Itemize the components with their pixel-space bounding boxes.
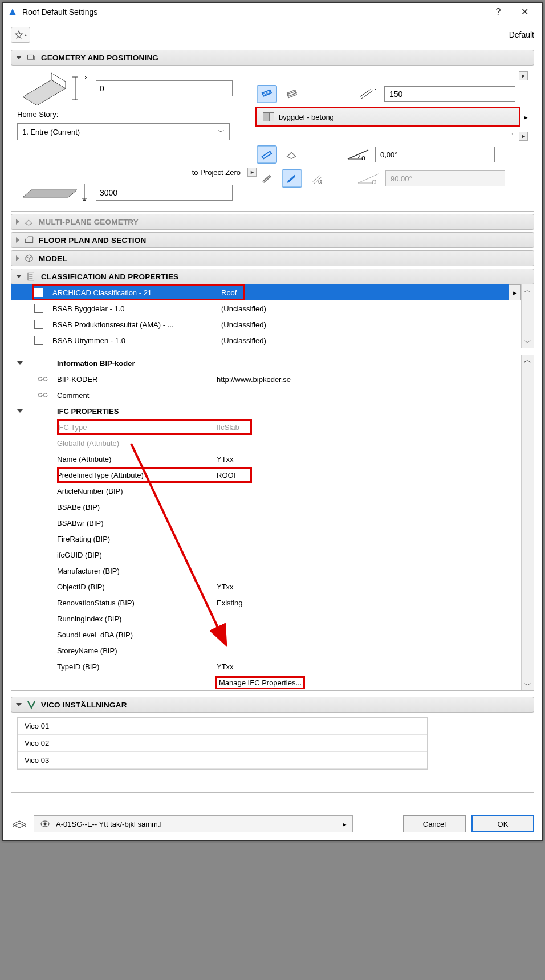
- favorites-button[interactable]: ▸: [11, 27, 30, 43]
- vico-row[interactable]: Vico 01: [18, 718, 427, 735]
- section-header-multiplane[interactable]: MULTI-PLANE GEOMETRY: [11, 214, 534, 230]
- construction-composite-button[interactable]: [282, 85, 302, 103]
- classification-row[interactable]: BSAB Utrymmen - 1.0(Unclassified): [11, 332, 534, 348]
- chevron-down-icon: [16, 275, 22, 278]
- cancel-button[interactable]: Cancel: [403, 815, 466, 832]
- vico-row[interactable]: Vico 02: [18, 735, 427, 752]
- help-button[interactable]: ?: [485, 3, 511, 21]
- geometry-multiplane-button[interactable]: [282, 145, 302, 164]
- settings-window: Roof Default Settings ? ✕ ▸ Default GEOM…: [2, 2, 543, 841]
- pitch-angle-value: 0,00°: [380, 151, 398, 159]
- classification-value: Roof: [221, 288, 237, 297]
- property-row[interactable]: GlobalId (Attribute): [11, 435, 520, 451]
- app-icon: [7, 7, 18, 17]
- building-material-select[interactable]: byggdel - betong: [257, 108, 519, 126]
- property-row[interactable]: IFC TypeIfcSlab: [11, 419, 520, 435]
- info-group-header[interactable]: Information BIP-koder: [11, 355, 520, 371]
- scrollbar[interactable]: ︿ ﹀: [521, 284, 534, 348]
- geometry-singleplane-button[interactable]: [257, 145, 277, 164]
- section-header-model[interactable]: MODEL: [11, 250, 534, 266]
- close-button[interactable]: ✕: [511, 3, 538, 21]
- section-header-geometry[interactable]: GEOMETRY AND POSITIONING: [11, 50, 534, 66]
- manage-ifc-row[interactable]: Manage IFC Properties...: [11, 674, 520, 690]
- properties-list: Information BIP-koder BIP-KODERhttp://ww…: [11, 355, 534, 690]
- section-header-classification[interactable]: CLASSIFICATION AND PROPERTIES: [11, 269, 534, 284]
- section-title-vico: VICO INSTÄLLNINGAR: [41, 701, 127, 709]
- property-row[interactable]: FireRating (BIP): [11, 531, 520, 547]
- chevron-right-icon: ▸: [524, 113, 528, 121]
- svg-rect-0: [27, 55, 34, 60]
- edge-custom-button[interactable]: α: [307, 169, 327, 188]
- svg-text:α: α: [361, 153, 366, 162]
- classification-value: (Unclassified): [221, 304, 266, 313]
- checkbox[interactable]: [34, 336, 43, 345]
- property-value: YTxx: [217, 583, 520, 591]
- reference-flyout-button[interactable]: [247, 168, 257, 177]
- section-header-vico[interactable]: VICO INSTÄLLNINGAR: [11, 697, 534, 713]
- property-row[interactable]: BIP-KODERhttp://www.bipkoder.se: [11, 371, 520, 387]
- edge-vert-button[interactable]: [282, 169, 302, 188]
- section-title-floorplan: FLOOR PLAN AND SECTION: [39, 236, 146, 245]
- property-label: StoreyName (BIP): [57, 646, 217, 655]
- property-row[interactable]: ObjectID (BIP)YTxx: [11, 579, 520, 595]
- section-header-floorplan[interactable]: FLOOR PLAN AND SECTION: [11, 232, 534, 248]
- classification-list: ARCHICAD Classification - 21Roof BSAB By…: [11, 284, 534, 348]
- angle-flyout-button[interactable]: [519, 132, 528, 141]
- thickness-input[interactable]: [384, 86, 515, 102]
- footer: A-01SG--E-- Ytt tak/-bjkl samm.F ▸ Cance…: [11, 807, 534, 832]
- svg-point-22: [44, 823, 47, 826]
- scrollbar[interactable]: ︿ ﹀: [521, 355, 534, 690]
- property-row[interactable]: Manufacturer (BIP): [11, 563, 520, 579]
- scroll-down-icon: ﹀: [524, 680, 531, 690]
- property-row[interactable]: ifcGUID (BIP): [11, 547, 520, 563]
- home-story-select[interactable]: 1. Entre (Current) ﹀: [17, 123, 230, 140]
- checkbox[interactable]: [34, 304, 43, 313]
- multiplane-icon: [24, 217, 34, 227]
- layer-icon: [11, 818, 28, 830]
- absolute-elevation-input[interactable]: [96, 185, 233, 201]
- property-label: BIP-KODER: [57, 375, 217, 384]
- chevron-right-icon: [16, 255, 19, 261]
- floorplan-icon: [24, 235, 34, 245]
- section-title-geometry: GEOMETRY AND POSITIONING: [41, 54, 158, 62]
- surface-flyout-button[interactable]: [519, 71, 528, 80]
- construction-basic-button[interactable]: [257, 85, 277, 103]
- material-label: byggdel - betong: [279, 113, 334, 121]
- classification-name: BSAB Byggdelar - 1.0: [52, 304, 212, 313]
- property-row[interactable]: PredefinedType (Attribute)ROOF: [11, 467, 520, 483]
- classification-row[interactable]: ARCHICAD Classification - 21Roof: [11, 284, 534, 300]
- property-row[interactable]: BSABwr (BIP): [11, 515, 520, 531]
- property-label: PredefinedType (Attribute): [57, 471, 217, 479]
- classification-name: ARCHICAD Classification - 21: [52, 288, 212, 297]
- classification-row[interactable]: BSAB Produktionsresultat (AMA) - ...(Unc…: [11, 316, 534, 332]
- checkbox[interactable]: [34, 320, 43, 329]
- pitch-angle-input[interactable]: 0,00°: [375, 147, 495, 162]
- property-row[interactable]: RunningIndex (BIP): [11, 611, 520, 627]
- edge-angle-input: 90,00°: [385, 170, 505, 186]
- property-row[interactable]: StoreyName (BIP): [11, 643, 520, 658]
- classification-row[interactable]: BSAB Byggdelar - 1.0(Unclassified): [11, 300, 534, 316]
- section-title-multiplane: MULTI-PLANE GEOMETRY: [39, 218, 139, 226]
- property-row[interactable]: ArticleNumber (BIP): [11, 483, 520, 499]
- manage-ifc-button[interactable]: Manage IFC Properties...: [217, 677, 304, 688]
- edge-angle-value: 90,00°: [391, 174, 412, 183]
- property-label: RenovationStatus (BIP): [57, 599, 217, 607]
- property-label: IFC Type: [57, 423, 217, 432]
- property-row[interactable]: SoundLevel_dBA (BIP)-: [11, 627, 520, 643]
- layer-select[interactable]: A-01SG--E-- Ytt tak/-bjkl samm.F ▸: [34, 815, 353, 832]
- property-row[interactable]: TypeID (BIP)YTxx: [11, 658, 520, 674]
- ifc-group-header[interactable]: IFC PROPERTIES: [11, 403, 520, 419]
- checkbox[interactable]: [34, 288, 43, 297]
- property-row[interactable]: Comment: [11, 387, 520, 403]
- star-icon: [14, 30, 23, 39]
- eye-icon: [40, 820, 50, 828]
- ok-button[interactable]: OK: [471, 815, 534, 832]
- offset-input[interactable]: [96, 80, 233, 96]
- property-row[interactable]: Name (Attribute)YTxx: [11, 451, 520, 467]
- property-row[interactable]: BSABe (BIP): [11, 499, 520, 515]
- classification-name: BSAB Produktionsresultat (AMA) - ...: [52, 320, 212, 329]
- property-row[interactable]: RenovationStatus (BIP)Existing: [11, 595, 520, 611]
- edge-perp-button[interactable]: [257, 169, 277, 188]
- classification-expand-button[interactable]: ▸: [509, 284, 521, 300]
- vico-row[interactable]: Vico 03: [18, 752, 427, 769]
